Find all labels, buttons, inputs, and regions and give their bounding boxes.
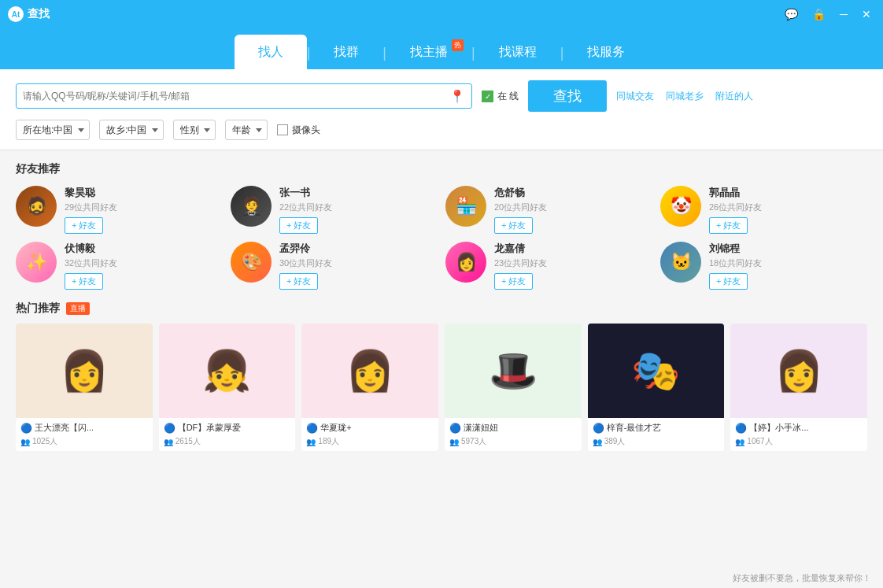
add-friend-button[interactable]: + 好友	[65, 273, 103, 290]
nav-bar: 找人 | 找群 | 找主播 热 | 找课程 | 找服务	[0, 28, 883, 69]
viewer-icon: 👥	[20, 438, 30, 446]
hot-card[interactable]: 🎭 🔵 梓育-最佳才艺 👥 389人	[588, 324, 725, 451]
add-friend-button[interactable]: + 好友	[494, 217, 533, 234]
hot-card-name: 🔵 【DF】承蒙厚爱	[164, 422, 291, 434]
minimize-button[interactable]: ─	[836, 6, 852, 22]
search-button[interactable]: 查找	[528, 80, 607, 112]
tab-course[interactable]: 找课程	[475, 35, 560, 69]
hot-section: 热门推荐 直播 👩 🔵 王大漂亮【闪... 👥 1025人 👧 🔵 【DF】承蒙…	[16, 301, 867, 451]
add-friend-button[interactable]: + 好友	[494, 273, 533, 290]
same-hometown[interactable]: 同城老乡	[666, 90, 704, 103]
friend-info: 张一书 22位共同好友 + 好友	[279, 186, 438, 234]
search-options: 同城交友 同城老乡 附近的人	[616, 90, 753, 103]
app-logo: At 查找	[8, 6, 50, 22]
hot-card-thumbnail: 🎭	[588, 324, 725, 418]
hot-card-name: 🔵 【婷】小手冰...	[735, 422, 863, 434]
age-filter[interactable]: 年龄	[225, 120, 268, 140]
hot-card[interactable]: 👩 🔵 【婷】小手冰... 👥 1067人	[730, 324, 867, 451]
hot-card[interactable]: 🎩 🔵 潇潇妞妞 👥 5973人	[445, 324, 582, 451]
logo-icon: At	[8, 6, 24, 22]
friend-mutual: 22位共同好友	[279, 202, 438, 213]
hot-badge: 热	[452, 39, 464, 51]
viewer-icon: 👥	[593, 438, 602, 446]
friend-avatar: 🎨	[231, 242, 272, 283]
friend-info: 龙嘉倩 23位共同好友 + 好友	[494, 242, 652, 290]
tab-people[interactable]: 找人	[235, 35, 307, 69]
friend-name: 张一书	[279, 186, 438, 200]
add-friend-button[interactable]: + 好友	[279, 217, 318, 234]
search-section: 📍 ✓ 在 线 查找 同城交友 同城老乡 附近的人 所在地:中国 故乡:中国 性…	[0, 69, 883, 150]
online-label: 在 线	[497, 90, 519, 103]
tab-host[interactable]: 找主播 热	[386, 35, 471, 69]
message-icon[interactable]: 💬	[781, 6, 802, 22]
nearby[interactable]: 附近的人	[715, 90, 753, 103]
friend-name: 黎昊聪	[65, 186, 223, 200]
hot-card-thumbnail: 🎩	[445, 324, 582, 418]
location-icon: 📍	[449, 89, 465, 104]
online-checkbox-wrap[interactable]: ✓ 在 线	[482, 90, 519, 103]
hot-card-thumbnail: 👩	[301, 324, 438, 418]
friend-avatar: 🤵	[231, 186, 272, 227]
user-icon[interactable]: 🔒	[808, 6, 829, 22]
live-icon: 🔵	[735, 423, 747, 434]
add-friend-button[interactable]: + 好友	[279, 273, 318, 290]
same-city[interactable]: 同城交友	[616, 90, 654, 103]
hot-card[interactable]: 👧 🔵 【DF】承蒙厚爱 👥 2615人	[159, 324, 296, 451]
friend-card: ✨ 伏博毅 32位共同好友 + 好友	[16, 242, 223, 290]
app-title: 查找	[28, 7, 50, 21]
tab-service[interactable]: 找服务	[563, 35, 648, 69]
hot-section-title: 热门推荐	[16, 301, 60, 316]
hot-card-info: 🔵 潇潇妞妞 👥 5973人	[445, 418, 582, 451]
tab-group[interactable]: 找群	[310, 35, 382, 69]
title-bar: At 查找 💬 🔒 ─ ✕	[0, 0, 883, 28]
friend-card: 🎨 孟羿伶 30位共同好友 + 好友	[231, 242, 438, 290]
hot-card-viewers: 👥 389人	[593, 436, 720, 447]
live-icon: 🔵	[449, 423, 461, 434]
friend-name: 孟羿伶	[279, 242, 438, 256]
hot-card-info: 🔵 【婷】小手冰... 👥 1067人	[730, 418, 867, 451]
live-icon: 🔵	[20, 423, 32, 434]
friend-card: 🤡 郭晶晶 26位共同好友 + 好友	[660, 186, 867, 234]
hot-card-name: 🔵 华夏珑+	[306, 422, 434, 434]
hot-title: 热门推荐 直播	[16, 301, 867, 316]
window-controls: 💬 🔒 ─ ✕	[781, 6, 875, 22]
hometown-filter[interactable]: 故乡:中国	[99, 120, 164, 140]
friend-card: 🐱 刘锦程 18位共同好友 + 好友	[660, 242, 867, 290]
search-input-wrap: 📍	[16, 83, 472, 109]
friend-info: 孟羿伶 30位共同好友 + 好友	[279, 242, 438, 290]
friend-name: 郭晶晶	[709, 186, 867, 200]
add-friend-button[interactable]: + 好友	[65, 217, 103, 234]
search-input[interactable]	[23, 91, 449, 102]
location-filter[interactable]: 所在地:中国	[16, 120, 90, 140]
camera-checkbox-wrap[interactable]: 摄像头	[277, 124, 320, 137]
bottom-hint: 好友被删不要急，批量恢复来帮你！	[733, 572, 871, 584]
friend-avatar: 🏪	[445, 186, 486, 227]
add-friend-button[interactable]: + 好友	[709, 273, 748, 290]
hot-card-viewers: 👥 189人	[306, 436, 434, 447]
friend-avatar: 🤡	[660, 186, 701, 227]
hot-card[interactable]: 👩 🔵 华夏珑+ 👥 189人	[301, 324, 438, 451]
friend-name: 危舒畅	[494, 186, 652, 200]
friend-avatar: 👩	[445, 242, 486, 283]
close-button[interactable]: ✕	[858, 6, 875, 22]
hot-card-name: 🔵 王大漂亮【闪...	[20, 422, 148, 434]
friend-card: 🤵 张一书 22位共同好友 + 好友	[231, 186, 438, 234]
camera-checkbox[interactable]	[277, 124, 288, 135]
friend-info: 黎昊聪 29位共同好友 + 好友	[65, 186, 223, 234]
friend-mutual: 26位共同好友	[709, 202, 867, 213]
gender-filter[interactable]: 性别	[173, 120, 216, 140]
add-friend-button[interactable]: + 好友	[709, 217, 748, 234]
friend-info: 刘锦程 18位共同好友 + 好友	[709, 242, 867, 290]
live-icon: 🔵	[164, 423, 175, 434]
hot-card-info: 🔵 梓育-最佳才艺 👥 389人	[588, 418, 725, 451]
friend-mutual: 29位共同好友	[65, 202, 223, 213]
online-checkbox[interactable]: ✓	[482, 91, 493, 102]
hot-card-thumbnail: 👩	[730, 324, 867, 418]
friend-info: 郭晶晶 26位共同好友 + 好友	[709, 186, 867, 234]
friend-info: 伏博毅 32位共同好友 + 好友	[65, 242, 223, 290]
hot-card[interactable]: 👩 🔵 王大漂亮【闪... 👥 1025人	[16, 324, 153, 451]
main-content: 好友推荐 🧔 黎昊聪 29位共同好友 + 好友 🤵 张一书 22位共同好友 + …	[0, 150, 883, 588]
hot-card-viewers: 👥 1067人	[735, 436, 863, 447]
friend-card: 👩 龙嘉倩 23位共同好友 + 好友	[445, 242, 652, 290]
hot-card-viewers: 👥 5973人	[449, 436, 577, 447]
